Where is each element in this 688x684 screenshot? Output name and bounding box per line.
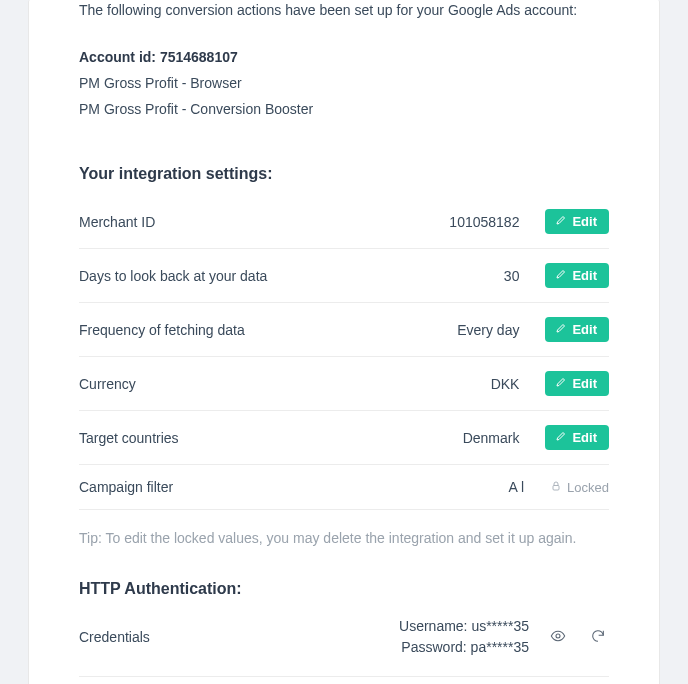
setting-row-campaign-filter: Campaign filter A l Locked: [79, 465, 609, 510]
setting-row-target-countries: Target countries Denmark Edit: [79, 411, 609, 465]
settings-heading: Your integration settings:: [79, 165, 609, 183]
setting-label: Currency: [79, 376, 491, 392]
setting-label: Frequency of fetching data: [79, 322, 457, 338]
svg-rect-0: [553, 485, 559, 490]
pencil-icon: [555, 430, 567, 445]
edit-button[interactable]: Edit: [545, 263, 609, 288]
credentials-row: Credentials Username: us*****35 Password…: [79, 598, 609, 677]
setting-row-currency: Currency DKK Edit: [79, 357, 609, 411]
credentials-username: Username: us*****35: [399, 616, 529, 637]
setting-label: Days to look back at your data: [79, 268, 504, 284]
setting-label: Merchant ID: [79, 214, 449, 230]
edit-button-label: Edit: [572, 214, 597, 229]
setting-row-lookback: Days to look back at your data 30 Edit: [79, 249, 609, 303]
pencil-icon: [555, 322, 567, 337]
pencil-icon: [555, 268, 567, 283]
setting-label: Campaign filter: [79, 479, 509, 495]
edit-button[interactable]: Edit: [545, 425, 609, 450]
setting-value: A l: [509, 479, 551, 495]
edit-button[interactable]: Edit: [545, 209, 609, 234]
setting-row-frequency: Frequency of fetching data Every day Edi…: [79, 303, 609, 357]
edit-button-label: Edit: [572, 268, 597, 283]
reveal-button[interactable]: [547, 625, 569, 650]
locked-label: Locked: [567, 480, 609, 495]
setting-row-merchant-id: Merchant ID 101058182 Edit: [79, 195, 609, 249]
locked-badge: Locked: [550, 480, 609, 495]
edit-button-label: Edit: [572, 322, 597, 337]
setting-value: DKK: [491, 376, 546, 392]
pencil-icon: [555, 214, 567, 229]
pencil-icon: [555, 376, 567, 391]
credentials-values: Username: us*****35 Password: pa*****35: [399, 616, 529, 658]
intro-text: The following conversion actions have be…: [79, 0, 609, 21]
lock-icon: [550, 480, 562, 495]
tip-label: Tip:: [79, 530, 102, 546]
conversion-action: PM Gross Profit - Conversion Booster: [79, 101, 609, 117]
refresh-icon: [590, 628, 606, 647]
setting-value: 30: [504, 268, 546, 284]
eye-icon: [550, 628, 566, 647]
edit-button[interactable]: Edit: [545, 371, 609, 396]
setting-value: Denmark: [463, 430, 546, 446]
settings-list: Merchant ID 101058182 Edit Days to look …: [79, 195, 609, 510]
credentials-password: Password: pa*****35: [399, 637, 529, 658]
tip: Tip: To edit the locked values, you may …: [79, 530, 609, 546]
setting-value: Every day: [457, 322, 545, 338]
conversion-action: PM Gross Profit - Browser: [79, 75, 609, 91]
account-id: Account id: 7514688107: [79, 49, 609, 65]
http-auth-heading: HTTP Authentication:: [79, 580, 609, 598]
refresh-button[interactable]: [587, 625, 609, 650]
edit-button[interactable]: Edit: [545, 317, 609, 342]
tip-text: To edit the locked values, you may delet…: [102, 530, 577, 546]
setting-value: 101058182: [449, 214, 545, 230]
edit-button-label: Edit: [572, 376, 597, 391]
setting-label: Target countries: [79, 430, 463, 446]
edit-button-label: Edit: [572, 430, 597, 445]
svg-point-1: [556, 634, 560, 638]
credentials-label: Credentials: [79, 629, 150, 645]
